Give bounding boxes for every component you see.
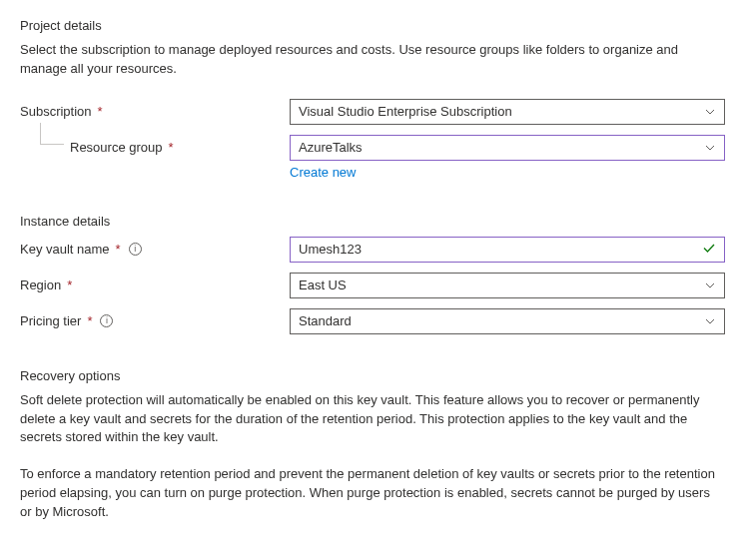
resource-group-select[interactable]: AzureTalks <box>290 135 725 161</box>
subscription-value: Visual Studio Enterprise Subscription <box>299 104 512 119</box>
keyvault-name-input[interactable]: Umesh123 <box>290 237 725 263</box>
chevron-down-icon <box>704 106 716 118</box>
recovery-paragraph-1: Soft delete protection will automaticall… <box>20 391 725 448</box>
tree-line-icon <box>40 123 64 145</box>
subscription-label: Subscription* <box>20 99 290 119</box>
keyvault-name-label: Key vault name* i <box>20 237 290 257</box>
recovery-paragraph-2: To enforce a mandatory retention period … <box>20 465 725 522</box>
region-select[interactable]: East US <box>290 273 725 298</box>
region-value: East US <box>299 278 347 292</box>
required-asterisk: * <box>87 313 92 328</box>
resource-group-value: AzureTalks <box>299 140 363 155</box>
resource-group-label: Resource group* <box>20 135 290 155</box>
subscription-select[interactable]: Visual Studio Enterprise Subscription <box>290 99 725 125</box>
project-details-title: Project details <box>20 18 725 33</box>
region-label: Region* <box>20 273 290 292</box>
required-asterisk: * <box>116 242 121 257</box>
check-icon <box>702 241 716 258</box>
info-icon[interactable]: i <box>100 314 113 327</box>
pricing-tier-value: Standard <box>299 313 352 328</box>
project-details-description: Select the subscription to manage deploy… <box>20 41 725 79</box>
required-asterisk: * <box>67 278 72 292</box>
chevron-down-icon <box>704 315 716 327</box>
create-new-link[interactable]: Create new <box>290 165 356 180</box>
chevron-down-icon <box>704 142 716 154</box>
info-icon[interactable]: i <box>129 243 142 256</box>
required-asterisk: * <box>98 104 103 119</box>
chevron-down-icon <box>704 280 716 291</box>
pricing-tier-label: Pricing tier* i <box>20 308 290 328</box>
recovery-options-title: Recovery options <box>20 368 725 383</box>
required-asterisk: * <box>169 140 174 155</box>
instance-details-title: Instance details <box>20 214 725 229</box>
pricing-tier-select[interactable]: Standard <box>290 308 725 334</box>
keyvault-name-value: Umesh123 <box>299 242 362 257</box>
